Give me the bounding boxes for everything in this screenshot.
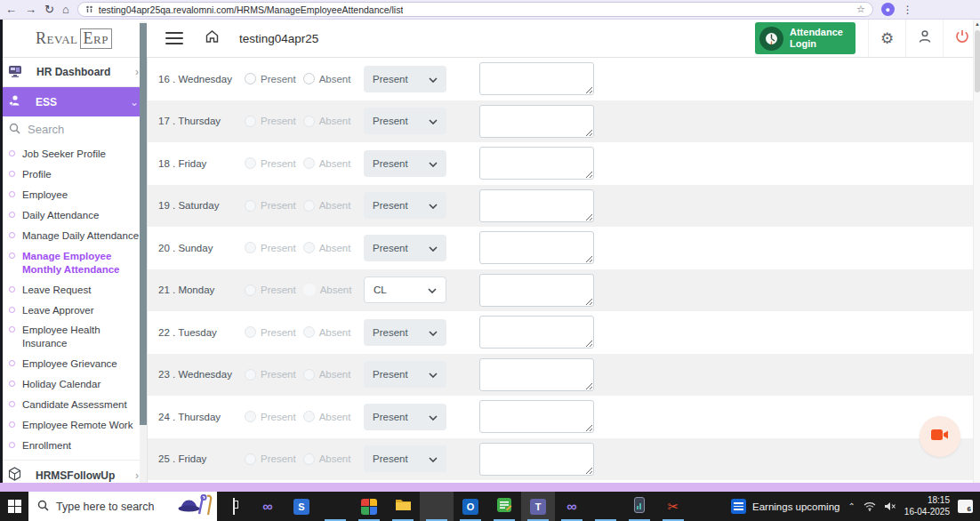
taskbar-search-input[interactable]: Type here to search [28,492,217,521]
sidebar-item-label: Employee Remote Work [22,419,133,432]
sidebar-item-leave-request[interactable]: Leave Request [0,280,147,301]
remark-input[interactable] [479,316,594,349]
status-select[interactable]: CL [364,277,446,303]
color-tool-taskbar-button[interactable] [352,492,386,521]
attendance-radio-group: PresentAbsent [245,326,345,338]
sidebar-scrollbar[interactable] [140,21,147,483]
attendance-login-button[interactable]: Attendance Login [755,22,855,54]
sql-server-icon: S [293,499,309,515]
sidebar-item-job-seeker-profile[interactable]: Job Seeker Profile [0,144,147,164]
remark-input[interactable] [479,62,594,95]
scroll-up-icon[interactable]: ▲ [975,21,980,27]
outlook-taskbar-button[interactable]: O [454,492,487,521]
visual-studio-2-taskbar-button[interactable]: ∞ [555,492,589,521]
present-radio-label: Present [261,158,296,169]
sidebar-item-employee-grievance[interactable]: Employee Grievance [0,354,147,374]
remark-input[interactable] [479,400,594,433]
sidebar-item-candidate-assessment[interactable]: Candidate Assessment [0,395,147,415]
visual-studio-taskbar-button[interactable]: ∞ [251,492,285,521]
notes-editor-taskbar-button[interactable] [487,492,521,521]
present-radio [245,157,256,169]
teams-taskbar-button[interactable]: T [521,492,555,521]
sidebar-item-label: Employee Health Insurance [22,324,140,350]
present-radio-label: Present [261,327,296,338]
remark-input[interactable] [479,231,594,264]
refresh-icon[interactable]: ↻ [44,4,54,15]
remark-input[interactable] [479,105,594,138]
search-highlight-hat-icon[interactable] [178,494,215,520]
news-interest-widget[interactable]: Earnings upcoming [731,499,839,514]
screen-recorder-button[interactable] [920,416,960,457]
menu-toggle-icon[interactable] [165,32,183,44]
site-info-icon[interactable] [85,5,93,13]
bookmark-star-icon[interactable]: ☆ [856,4,865,15]
sidebar-search-input[interactable]: Search [0,116,147,142]
home-icon[interactable] [205,29,220,47]
time-text: 18:15 [904,495,950,507]
sidebar-item-profile[interactable]: Profile [0,164,147,185]
status-select-value: CL [374,285,387,295]
sidebar-scrollbar-thumb[interactable] [140,23,147,425]
browser-menu-icon[interactable]: ⋮ [903,4,913,16]
browser-profile-avatar[interactable]: ● [881,3,895,16]
volume-muted-icon[interactable] [884,499,896,515]
sidebar-item-daily-attendance[interactable]: Daily Attendance [0,205,147,226]
remark-input[interactable] [479,274,594,307]
absent-radio-label: Absent [320,285,352,295]
present-radio[interactable] [245,73,256,84]
chrome-taskbar-button[interactable] [420,492,454,521]
present-radio [245,200,256,212]
sidebar-item-employee[interactable]: Employee [0,185,147,205]
vertical-scrollbar[interactable]: ▲ [973,20,980,483]
wifi-icon[interactable] [864,499,876,515]
sql-server-taskbar-button[interactable]: S [285,492,318,521]
remark-input[interactable] [479,358,594,391]
sidebar-item-label: Candidate Assessment [22,398,127,412]
absent-radio-label: Absent [319,369,351,380]
sidebar-item-manage-employee-monthly-attendance[interactable]: Manage Employee Monthly Attendance [0,246,147,280]
search-icon [9,123,20,137]
settings-slot[interactable]: ⚙ [868,20,905,57]
sidebar-item-label: Leave Request [22,284,91,297]
snipping-tool-taskbar-button[interactable]: ✂ [656,492,690,521]
remark-input[interactable] [479,189,594,222]
browser-home-icon[interactable]: ⌂ [62,4,69,15]
bullet-icon [9,212,15,218]
sidebar-item-leave-approver[interactable]: Leave Approver [0,301,147,321]
hidden-icons-chevron-icon[interactable]: ⌃ [847,501,855,511]
attendance-radio-group: PresentAbsent [245,73,345,84]
taskbar-clock[interactable]: 18:15 16-04-2025 [904,495,950,517]
dashboard-monitor-icon [8,65,29,80]
sidebar-item-hr-dashboard[interactable]: HR Dashboard › [0,58,147,87]
horizontal-scrollbar[interactable] [0,483,980,492]
remark-input[interactable] [479,443,594,476]
edge-taskbar-button[interactable] [318,492,352,521]
absent-radio [303,284,316,296]
sidebar-item-employee-health-insurance[interactable]: Employee Health Insurance [0,320,147,354]
account-slot[interactable] [905,20,943,57]
present-radio-label: Present [261,285,296,295]
sidebar-item-enrollment[interactable]: Enrollment [0,436,147,456]
phone-link-taskbar-button[interactable] [623,492,656,521]
forward-icon[interactable]: → [25,4,36,15]
vertical-scrollbar-thumb[interactable] [975,30,980,92]
start-button[interactable] [0,492,28,521]
sidebar-item-manage-daily-attendance[interactable]: Manage Daily Attendance [0,226,147,246]
sidebar-item-holiday-calendar[interactable]: Holiday Calendar [0,374,147,395]
notification-center-icon[interactable]: 6 [958,500,973,513]
file-explorer-taskbar-button[interactable] [386,492,420,521]
task-view-taskbar-button[interactable] [217,492,251,521]
present-radio [245,453,256,465]
bullet-icon [9,381,15,387]
sidebar-item-employee-remote-work[interactable]: Employee Remote Work [0,415,147,436]
remark-input[interactable] [479,147,594,180]
absent-radio-label: Absent [319,158,351,169]
sidebar-item-hrmsfollowup[interactable]: HRMSFollowUp › [0,460,147,483]
back-icon[interactable]: ← [5,4,17,15]
sidebar-item-ess[interactable]: ESS ⌄ [0,87,147,116]
attendance-radio-group: PresentAbsent [245,411,345,422]
chevron-down-icon [429,158,438,169]
absent-radio[interactable] [303,73,315,84]
address-bar[interactable]: testing04apr25qa.revalomni.com/HRMS/Mana… [77,2,873,17]
orange-marker-taskbar-button[interactable] [589,492,623,521]
